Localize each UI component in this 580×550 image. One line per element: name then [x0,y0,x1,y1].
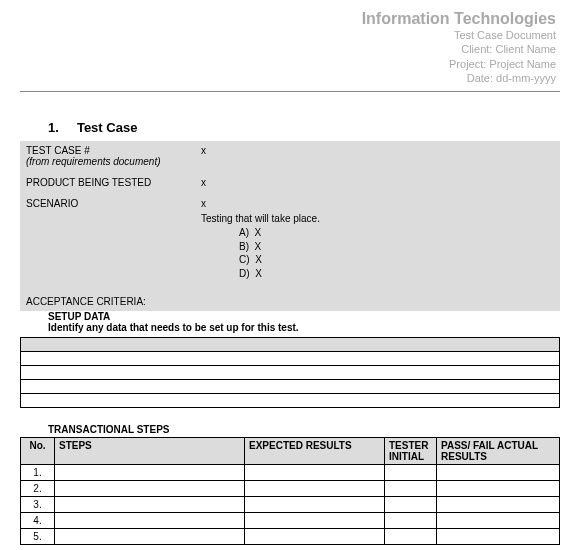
setup-header-row [21,338,560,352]
testing-line: Testing that will take place. [199,211,556,224]
opt-a-key: A) [239,227,249,238]
tester-cell [385,513,437,529]
client-line: Client: Client Name [20,42,556,56]
opt-c-key: C) [239,254,250,265]
table-row: 1. [21,465,560,481]
step-no: 5. [21,529,55,545]
opt-a-val: X [255,227,262,238]
scenario-label: SCENARIO [24,196,199,211]
project-line: Project: Project Name [20,57,556,71]
step-no: 1. [21,465,55,481]
tester-cell [385,465,437,481]
expected-cell [245,497,385,513]
result-cell [437,465,560,481]
setup-row [21,380,560,394]
step-cell [55,465,245,481]
tester-cell [385,529,437,545]
scenario-value: x [199,196,208,211]
setup-data-table [20,337,560,408]
opt-b-key: B) [239,241,249,252]
expected-cell [245,529,385,545]
result-cell [437,513,560,529]
testing-options: A) X B) X C) X D) X [239,224,556,288]
test-case-greybox: TEST CASE # (from requirements document)… [20,141,560,311]
step-cell [55,529,245,545]
test-case-num-note: (from requirements document) [26,156,161,167]
col-expected-header: EXPECTED RESULTS [245,438,385,465]
table-row: 5. [21,529,560,545]
test-case-num-value: x [199,143,208,169]
opt-d-val: X [255,268,262,279]
org-name: Information Technologies [20,10,556,28]
tester-cell [385,481,437,497]
expected-cell [245,513,385,529]
expected-cell [245,465,385,481]
document-header: Information Technologies Test Case Docum… [20,10,560,85]
header-rule [20,91,560,92]
section-number: 1. [48,120,59,135]
result-cell [437,481,560,497]
opt-c-val: X [255,254,262,265]
step-cell [55,481,245,497]
table-row: 2. [21,481,560,497]
table-row: 4. [21,513,560,529]
transactional-steps-table: No. STEPS EXPECTED RESULTS TESTER INITIA… [20,437,560,545]
col-no-header: No. [21,438,55,465]
step-cell [55,513,245,529]
opt-d-key: D) [239,268,250,279]
step-no: 2. [21,481,55,497]
setup-row [21,394,560,408]
setup-row [21,352,560,366]
col-tester-header: TESTER INITIAL [385,438,437,465]
test-case-num-label: TEST CASE # [26,145,90,156]
product-label: PRODUCT BEING TESTED [24,175,199,190]
step-no: 3. [21,497,55,513]
expected-cell [245,481,385,497]
setup-data-desc: Identify any data that needs to be set u… [48,322,560,333]
col-result-header: PASS/ FAIL ACTUAL RESULTS [437,438,560,465]
table-row: 3. [21,497,560,513]
result-cell [437,529,560,545]
tester-cell [385,497,437,513]
doc-type: Test Case Document [20,28,556,42]
acceptance-criteria-label: ACCEPTANCE CRITERIA: [24,288,556,309]
result-cell [437,497,560,513]
step-no: 4. [21,513,55,529]
section-name: Test Case [77,120,137,135]
product-value: x [199,175,208,190]
opt-b-val: X [255,241,262,252]
col-steps-header: STEPS [55,438,245,465]
date-line: Date: dd-mm-yyyy [20,71,556,85]
step-cell [55,497,245,513]
transactional-steps-heading: TRANSACTIONAL STEPS [48,424,560,435]
setup-data-heading: SETUP DATA [48,311,560,322]
setup-row [21,366,560,380]
section-title: 1. Test Case [48,120,560,135]
